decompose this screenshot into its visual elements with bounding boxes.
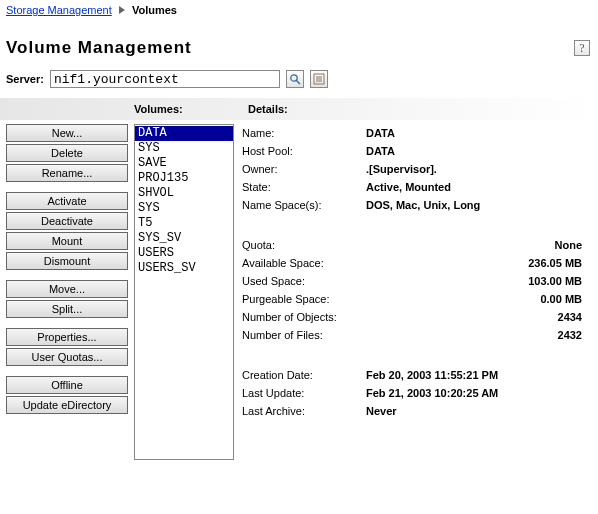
user-quotas-button[interactable]: User Quotas...: [6, 348, 128, 366]
delete-button[interactable]: Delete: [6, 144, 128, 162]
new-button[interactable]: New...: [6, 124, 128, 142]
detail-value-purgeablespace: 0.00 MB: [364, 290, 592, 308]
history-icon[interactable]: [310, 70, 328, 88]
offline-button[interactable]: Offline: [6, 376, 128, 394]
deactivate-button[interactable]: Deactivate: [6, 212, 128, 230]
volume-item[interactable]: USERS_SV: [135, 261, 233, 276]
server-label: Server:: [6, 73, 44, 85]
detail-label-numobjects: Number of Objects:: [240, 308, 364, 326]
volume-item[interactable]: SYS_SV: [135, 231, 233, 246]
help-icon[interactable]: ?: [574, 40, 590, 56]
detail-value-usedspace: 103.00 MB: [364, 272, 592, 290]
detail-value-quota: None: [364, 236, 592, 254]
breadcrumb-parent[interactable]: Storage Management: [6, 4, 112, 16]
search-icon[interactable]: [286, 70, 304, 88]
detail-label-creationdate: Creation Date:: [240, 366, 364, 384]
detail-label-lastarchive: Last Archive:: [240, 402, 364, 420]
mount-button[interactable]: Mount: [6, 232, 128, 250]
breadcrumb: Storage Management Volumes: [0, 0, 598, 18]
volume-item[interactable]: DATA: [135, 126, 233, 141]
detail-label-usedspace: Used Space:: [240, 272, 364, 290]
detail-label-purgeablespace: Purgeable Space:: [240, 290, 364, 308]
rename-button[interactable]: Rename...: [6, 164, 128, 182]
update-edirectory-button[interactable]: Update eDirectory: [6, 396, 128, 414]
detail-label-hostpool: Host Pool:: [240, 142, 364, 160]
detail-value-numfiles: 2432: [364, 326, 592, 344]
detail-value-hostpool: DATA: [364, 142, 592, 160]
detail-value-namespaces: DOS, Mac, Unix, Long: [364, 196, 592, 214]
detail-label-owner: Owner:: [240, 160, 364, 178]
detail-label-namespaces: Name Space(s):: [240, 196, 364, 214]
split-button[interactable]: Split...: [6, 300, 128, 318]
breadcrumb-current: Volumes: [132, 4, 177, 16]
detail-value-availablespace: 236.05 MB: [364, 254, 592, 272]
volumes-list[interactable]: DATASYSSAVEPROJ135SHVOLSYST5SYS_SVUSERSU…: [134, 124, 234, 460]
detail-label-availablespace: Available Space:: [240, 254, 364, 272]
detail-value-owner: .[Supervisor].: [364, 160, 592, 178]
dismount-button[interactable]: Dismount: [6, 252, 128, 270]
volume-item[interactable]: SHVOL: [135, 186, 233, 201]
details-header: Details:: [244, 103, 598, 115]
detail-label-name: Name:: [240, 124, 364, 142]
server-input[interactable]: [50, 70, 280, 88]
detail-value-lastupdate: Feb 21, 2003 10:20:25 AM: [364, 384, 592, 402]
detail-label-quota: Quota:: [240, 236, 364, 254]
detail-value-lastarchive: Never: [364, 402, 592, 420]
activate-button[interactable]: Activate: [6, 192, 128, 210]
svg-line-1: [296, 81, 300, 85]
properties-button[interactable]: Properties...: [6, 328, 128, 346]
details-panel: Name: DATA Host Pool: DATA Owner: .[Supe…: [240, 124, 592, 420]
volume-item[interactable]: SYS: [135, 141, 233, 156]
volume-item[interactable]: SYS: [135, 201, 233, 216]
volume-item[interactable]: SAVE: [135, 156, 233, 171]
detail-label-state: State:: [240, 178, 364, 196]
detail-value-name: DATA: [364, 124, 592, 142]
actions-column: New... Delete Rename... Activate Deactiv…: [6, 124, 128, 414]
detail-value-state: Active, Mounted: [364, 178, 592, 196]
svg-point-0: [291, 75, 297, 81]
volume-item[interactable]: USERS: [135, 246, 233, 261]
detail-value-numobjects: 2434: [364, 308, 592, 326]
volumes-header: Volumes:: [130, 103, 244, 115]
detail-label-lastupdate: Last Update:: [240, 384, 364, 402]
section-header: Volumes: Details:: [0, 98, 598, 120]
volume-item[interactable]: PROJ135: [135, 171, 233, 186]
chevron-right-icon: [119, 4, 125, 16]
volume-item[interactable]: T5: [135, 216, 233, 231]
move-button[interactable]: Move...: [6, 280, 128, 298]
detail-value-creationdate: Feb 20, 2003 11:55:21 PM: [364, 366, 592, 384]
page-title: Volume Management: [6, 38, 192, 58]
detail-label-numfiles: Number of Files:: [240, 326, 364, 344]
